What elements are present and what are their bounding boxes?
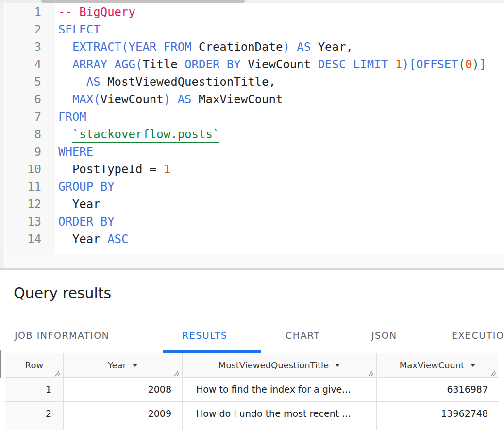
token-id: Year xyxy=(318,40,346,54)
code-line[interactable]: 7FROM xyxy=(5,108,504,126)
code-line[interactable]: 9WHERE xyxy=(5,143,504,161)
panel-left-edge xyxy=(0,3,4,270)
code-line[interactable]: 8 `stackoverflow.posts` xyxy=(5,126,504,143)
token-kw: LIMIT xyxy=(353,58,388,71)
title-cell: How do I undo the most recent … xyxy=(183,402,377,426)
line-number: 3 xyxy=(5,38,41,56)
row-number-cell: 2 xyxy=(5,402,64,426)
code-line[interactable]: 6 MAX(ViewCount) AS MaxViewCount xyxy=(5,91,504,108)
vertical-scrollbar-thumb[interactable] xyxy=(0,350,1,378)
token-kw: FROM xyxy=(58,110,86,124)
title-cell xyxy=(183,426,377,430)
dropdown-caret-icon[interactable] xyxy=(335,364,340,367)
column-header-label: Year xyxy=(108,360,126,370)
token-kw: ) xyxy=(283,40,289,54)
horizontal-scrollbar[interactable] xyxy=(0,0,504,3)
code-text: EXTRACT(YEAR FROM CreationDate) AS Year, xyxy=(58,38,353,56)
column-resize-icon[interactable] xyxy=(490,369,497,377)
line-number: 10 xyxy=(5,161,41,178)
code-text: PostTypeId = 1 xyxy=(58,161,170,178)
table-header-row: RowYearMostViewedQuestionTitleMaxViewCou… xyxy=(5,353,499,378)
column-resize-icon[interactable] xyxy=(54,369,62,377)
token-kw: ] xyxy=(479,58,486,71)
column-resize-handle[interactable] xyxy=(368,368,375,376)
code-text: FROM xyxy=(58,108,86,126)
line-number: 8 xyxy=(5,126,41,143)
line-number: 13 xyxy=(5,213,41,231)
tab-json[interactable]: JSON xyxy=(371,330,397,341)
row-number-cell xyxy=(5,426,64,430)
column-header-row[interactable]: Row xyxy=(5,353,64,378)
dropdown-caret-icon[interactable] xyxy=(132,364,138,367)
sql-editor[interactable]: 1-- BigQuery2SELECT3 EXTRACT(YEAR FROM C… xyxy=(5,3,504,254)
results-tab-bar: JOB INFORMATIONRESULTSCHARTJSONEXECUTION… xyxy=(0,318,504,353)
code-text: AS MostViewedQuestionTitle, xyxy=(58,73,276,91)
max-view-count-cell xyxy=(377,426,499,430)
tab-job-information[interactable]: JOB INFORMATION xyxy=(15,330,109,341)
token-id: , xyxy=(269,75,276,89)
line-number: 11 xyxy=(5,178,41,196)
column-resize-handle[interactable] xyxy=(173,368,181,376)
token-kw: ASC xyxy=(107,232,128,246)
token-kw: ( xyxy=(93,93,100,106)
code-line[interactable]: 1-- BigQuery xyxy=(5,3,504,21)
line-number: 1 xyxy=(5,3,41,21)
token-id: Year xyxy=(72,232,101,246)
token-kw: YEAR xyxy=(129,40,157,54)
column-resize-icon[interactable] xyxy=(368,369,375,377)
tab-results[interactable]: RESULTS xyxy=(182,330,227,341)
code-lines[interactable]: 1-- BigQuery2SELECT3 EXTRACT(YEAR FROM C… xyxy=(5,3,504,248)
token-kw: [ xyxy=(409,58,416,71)
code-text: WHERE xyxy=(58,143,93,161)
column-header-label: MostViewedQuestionTitle xyxy=(218,360,329,370)
token-kw: BY xyxy=(101,215,115,229)
code-line[interactable]: 11GROUP BY xyxy=(5,178,504,196)
token-kw: SELECT xyxy=(58,23,101,36)
token-kw: ORDER xyxy=(58,215,93,229)
code-line[interactable]: 5 AS MostViewedQuestionTitle, xyxy=(5,73,504,91)
column-header-mostviewedquestiontitle[interactable]: MostViewedQuestionTitle xyxy=(183,353,377,378)
line-number: 5 xyxy=(5,73,41,91)
code-line[interactable]: 12 Year xyxy=(5,196,504,213)
column-resize-icon[interactable] xyxy=(173,369,181,377)
dropdown-caret-icon[interactable] xyxy=(470,364,476,367)
code-text: Year xyxy=(58,196,101,213)
code-line[interactable]: 3 EXTRACT(YEAR FROM CreationDate) AS Yea… xyxy=(5,38,504,56)
column-header-label: MaxViewCount xyxy=(400,360,464,370)
code-line[interactable]: 14 Year ASC xyxy=(5,231,504,248)
column-resize-handle[interactable] xyxy=(490,368,497,376)
column-header-year[interactable]: Year xyxy=(64,353,183,378)
token-id: MostViewedQuestionTitle xyxy=(107,75,269,89)
token-id: ViewCount xyxy=(248,58,311,71)
column-header-maxviewcount[interactable]: MaxViewCount xyxy=(377,353,499,378)
token-kw: AS xyxy=(178,93,192,106)
line-number: 4 xyxy=(5,56,41,73)
token-kw: MAX xyxy=(72,93,93,106)
token-kw: BY xyxy=(101,180,115,194)
bigquery-results-view: { "colors": { "keyword_blue": "#4272d9",… xyxy=(0,0,504,430)
code-line[interactable]: 10 PostTypeId = 1 xyxy=(5,161,504,178)
token-kw: EXTRACT xyxy=(72,40,121,54)
line-number: 14 xyxy=(5,231,41,248)
code-line[interactable]: 2SELECT xyxy=(5,21,504,38)
panel-splitter[interactable] xyxy=(0,268,504,270)
token-id: CreationDate xyxy=(199,40,283,54)
token-kw: FROM xyxy=(164,40,192,54)
token-kw: AS xyxy=(297,40,311,54)
horizontal-scrollbar-thumb[interactable] xyxy=(41,0,245,3)
code-line[interactable]: 4 ARRAY_AGG(Title ORDER BY ViewCount DES… xyxy=(5,56,504,73)
token-paren2: ( xyxy=(458,58,465,71)
tab-execution-details[interactable]: EXECUTION DETAILS xyxy=(452,330,504,341)
panel-gap xyxy=(5,254,504,268)
column-resize-handle[interactable] xyxy=(54,368,62,376)
token-num: 1 xyxy=(164,163,170,176)
query-results-title: Query results xyxy=(14,284,111,301)
token-id: MaxViewCount xyxy=(199,93,283,106)
token-comment: -- BigQuery xyxy=(58,5,135,19)
code-line[interactable]: 13ORDER BY xyxy=(5,213,504,231)
year-cell xyxy=(64,426,183,430)
code-text: MAX(ViewCount) AS MaxViewCount xyxy=(58,91,283,108)
line-number: 9 xyxy=(5,143,41,161)
tab-chart[interactable]: CHART xyxy=(286,330,320,341)
token-kw: ) xyxy=(164,93,170,106)
